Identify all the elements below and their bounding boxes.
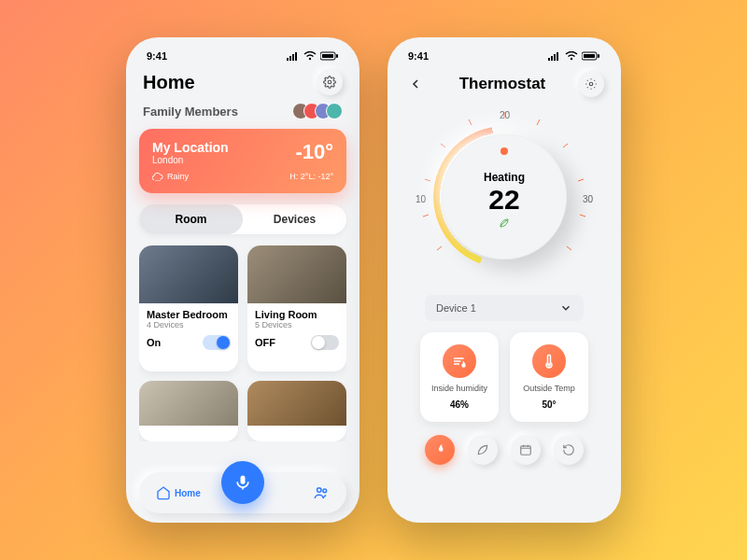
humidity-label: Inside humidity	[431, 384, 487, 394]
status-indicators	[287, 51, 339, 61]
nav-people[interactable]	[313, 484, 330, 501]
calendar-icon	[519, 443, 532, 456]
humidity-icon	[443, 344, 476, 378]
svg-point-9	[317, 488, 322, 493]
mode-history-button[interactable]	[554, 435, 584, 465]
room-state: OFF	[255, 337, 275, 348]
room-card-living-room[interactable]: Living Room 5 Devices OFF	[247, 245, 346, 371]
thermometer-icon	[532, 344, 566, 378]
avatar[interactable]	[326, 103, 343, 119]
wifi-icon	[303, 51, 317, 61]
back-button[interactable]	[404, 73, 427, 95]
dial-scale-10: 10	[416, 194, 426, 204]
dial-knob[interactable]: Heating 22	[442, 134, 567, 259]
svg-rect-18	[598, 54, 599, 58]
signal-icon	[287, 51, 300, 61]
svg-line-21	[469, 119, 472, 125]
svg-rect-1	[289, 56, 291, 61]
dial-indicator-dot	[500, 147, 508, 155]
weather-card[interactable]: My Location London -10° Rainy H: 2°L: -1…	[139, 129, 346, 193]
room-toggle[interactable]	[203, 335, 231, 350]
mode-fire-button[interactable]	[425, 435, 455, 465]
home-icon	[156, 485, 171, 500]
history-icon	[562, 443, 575, 456]
mic-icon	[233, 473, 252, 492]
chevron-down-icon	[559, 301, 572, 315]
outside-temp-card[interactable]: Outside Temp 50°	[510, 332, 588, 422]
thermostat-dial[interactable]: 20 10 30 Heating 22	[416, 108, 593, 286]
svg-line-30	[567, 246, 571, 250]
signal-icon	[548, 51, 561, 61]
room-image	[247, 381, 346, 426]
thermostat-mode: Heating	[484, 171, 525, 184]
battery-icon	[320, 51, 339, 61]
svg-line-26	[578, 179, 584, 181]
weather-city: London	[152, 155, 229, 165]
dial-scale-30: 30	[583, 194, 593, 204]
home-screen: 9:41 Home Family Members My Location Lon…	[126, 37, 359, 523]
thermostat-screen: 9:41 Thermostat 20 10	[388, 37, 621, 523]
weather-high-low: H: 2°L: -12°	[289, 172, 333, 181]
svg-rect-11	[548, 58, 550, 61]
svg-rect-0	[287, 58, 289, 61]
svg-point-19	[589, 82, 593, 86]
leaf-icon	[497, 217, 512, 229]
tab-room[interactable]: Room	[139, 204, 243, 234]
leaf-icon	[476, 443, 489, 456]
chevron-left-icon	[408, 77, 423, 91]
settings-button[interactable]	[317, 69, 343, 95]
gear-icon	[323, 76, 336, 89]
rain-icon	[152, 171, 163, 182]
dial-scale-20: 20	[500, 110, 510, 120]
wifi-icon	[565, 51, 578, 61]
svg-rect-32	[521, 446, 531, 455]
family-avatars[interactable]	[298, 103, 343, 119]
voice-button[interactable]	[221, 461, 264, 504]
room-name: Master Bedroom	[147, 309, 231, 320]
thermostat-setpoint: 22	[488, 184, 519, 216]
tab-devices[interactable]: Devices	[243, 204, 346, 234]
status-time: 9:41	[147, 50, 167, 62]
people-icon	[313, 484, 330, 501]
room-device-count: 5 Devices	[255, 320, 339, 329]
outside-temp-label: Outside Temp	[523, 384, 574, 394]
settings-button[interactable]	[578, 71, 604, 97]
svg-point-15	[571, 58, 572, 60]
svg-line-22	[537, 119, 540, 125]
flame-icon	[433, 443, 446, 456]
svg-rect-13	[554, 54, 556, 61]
device-selector[interactable]: Device 1	[425, 295, 584, 321]
status-indicators	[548, 51, 600, 61]
room-device-tabs: Room Devices	[139, 204, 346, 234]
page-title: Thermostat	[459, 75, 546, 93]
device-selected-label: Device 1	[436, 302, 476, 314]
svg-point-8	[328, 80, 331, 84]
mode-eco-button[interactable]	[468, 435, 498, 465]
weather-condition: Rainy	[167, 172, 189, 181]
humidity-card[interactable]: Inside humidity 46%	[420, 332, 499, 422]
room-device-count: 4 Devices	[147, 320, 231, 329]
svg-point-4	[309, 58, 311, 60]
nav-home-label: Home	[175, 488, 201, 498]
svg-line-27	[423, 215, 429, 217]
weather-temperature: -10°	[295, 140, 333, 164]
rooms-grid: Master Bedroom 4 Devices On Living Room …	[139, 245, 346, 441]
room-card-master-bedroom[interactable]: Master Bedroom 4 Devices On	[139, 245, 238, 371]
room-card-partial[interactable]	[247, 381, 346, 441]
svg-line-25	[425, 179, 430, 181]
page-title: Home	[143, 72, 195, 93]
svg-rect-7	[336, 54, 338, 58]
nav-home[interactable]: Home	[156, 485, 201, 500]
mode-schedule-button[interactable]	[511, 435, 541, 465]
room-state: On	[147, 337, 161, 348]
room-card-partial[interactable]	[139, 381, 238, 441]
svg-rect-2	[292, 54, 294, 61]
status-bar: 9:41	[139, 47, 346, 69]
svg-rect-6	[322, 54, 333, 58]
weather-location-title: My Location	[152, 140, 229, 155]
room-toggle[interactable]	[311, 335, 339, 350]
svg-rect-12	[551, 56, 553, 61]
room-image	[139, 381, 238, 426]
svg-rect-17	[584, 54, 595, 58]
humidity-value: 46%	[450, 399, 469, 410]
